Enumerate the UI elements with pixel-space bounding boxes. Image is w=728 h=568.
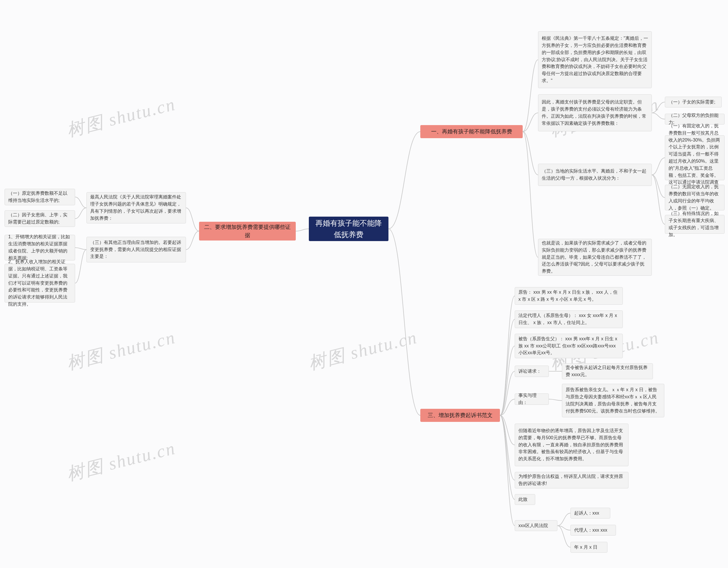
leaf-text: 事实与理由：	[518, 392, 545, 406]
leaf-text: 但随着近年物价的逐年增高，原告因上学及生活开支的需要，每月500元的抚养费早已不…	[518, 427, 625, 462]
leaf-text: 诉讼请求：	[518, 368, 541, 375]
leaf-text: 被告（系原告生父）： xxx 男 xxx年 x 月 x 日生 x 族 xx 市 …	[518, 335, 619, 356]
leaf-node[interactable]: 最高人民法院《关于人民法院审理离婚案件处理子女抚养问题的若干具体意见》明确规定，…	[86, 192, 186, 224]
leaf-text: 责令被告从起诉之日起每月支付原告抚养费 xxxx元。	[566, 364, 649, 378]
leaf-text: 最高人民法院《关于人民法院审理离婚案件处理子女抚养问题的若干具体意见》明确规定，…	[90, 194, 182, 222]
leaf-node[interactable]: 代理人：xxx xxx	[570, 525, 616, 536]
leaf-node[interactable]: 根据《民法典》第一千零八十五条规定："离婚后，一方抚养的子女，另一方应负担必要的…	[538, 31, 652, 88]
leaf-node[interactable]: 此致	[515, 494, 535, 505]
watermark: 树图 shutu.cn	[306, 325, 420, 375]
leaf-node[interactable]: 但随着近年物价的逐年增高，原告因上学及生活开支的需要，每月500元的抚养费早已不…	[515, 423, 628, 466]
leaf-node[interactable]: （三）有其他正当理由应当增加的。若要起诉变更抚养费，需要向人民法院提交的相应证据…	[86, 237, 186, 263]
branch-node-1[interactable]: 一、再婚有孩子能不能降低抚养费	[420, 125, 523, 138]
watermark: 树图 shutu.cn	[64, 92, 178, 142]
leaf-node[interactable]: 法定代理人（系原告生母）： xxx 女 xxx年 x 月 x 日生、 x 族， …	[515, 310, 623, 328]
watermark: 树图 shutu.cn	[64, 436, 178, 486]
leaf-node[interactable]: （二）因子女患病、上学，实际需要已超过原定数额的;	[5, 210, 75, 227]
leaf-text: （三）有其他正当理由应当增加的。若要起诉变更抚养费，需要向人民法院提交的相应证据…	[90, 239, 182, 260]
leaf-node[interactable]: （一）子女的实际需要;	[665, 97, 722, 108]
leaf-text: 因此，离婚支付孩子抚养费是父母的法定职责。但是，孩子抚养费的支付必须以父母有经济…	[542, 99, 648, 127]
leaf-node[interactable]: 年 x 月 x 日	[570, 542, 607, 553]
leaf-node[interactable]: 起诉人：xxx	[570, 508, 610, 519]
watermark: 树图 shutu.cn	[64, 325, 178, 375]
leaf-text: 1、开销增大的相关证据，比如生活消费增加的相关证据票据或者住院、上学的大额开销的…	[8, 234, 71, 262]
leaf-node[interactable]: 也就是说，如果孩子的实际需求减少了，或者父母的实际负担能力变弱的话，那么要求减少…	[538, 239, 652, 276]
leaf-text: 原告： xxx 男 xx 年 x 月 x 日生 x 族， xxx 人，住 x 市…	[518, 289, 619, 303]
leaf-node[interactable]: （二）无固定收入的，抚养费的数目可依当年的收入或同行业的年平均收入，参照（一）确…	[665, 185, 725, 210]
leaf-text: 法定代理人（系原告生母）： xxx 女 xxx年 x 月 x 日生、 x 族， …	[518, 312, 619, 326]
leaf-text: （二）无固定收入的，抚养费的数目可依当年的收入或同行业的年平均收入，参照（一）确…	[669, 183, 721, 212]
leaf-node[interactable]: 原告系被告亲生女儿。ｘｘ年 x 月 x 日，被告与原告之母因夫妻感情不和经xx市…	[562, 384, 664, 417]
leaf-node[interactable]: xxx区人民法院	[515, 520, 557, 531]
leaf-text: （一）有固定收入的，抚养费数目一般可按其月总收入的20%-30%。负担两个以上子…	[669, 123, 721, 193]
branch-1-label: 一、再婚有孩子能不能降低抚养费	[431, 127, 512, 136]
leaf-node[interactable]: 原告： xxx 男 xx 年 x 月 x 日生 x 族， xxx 人，住 x 市…	[515, 287, 623, 305]
leaf-text: 代理人：xxx xxx	[574, 527, 607, 534]
leaf-text: （三）当地的实际生活水平。离婚后，不和子女一起生活的父/母一方，根据收入状况分为…	[542, 168, 648, 182]
leaf-text: 此致	[518, 496, 528, 503]
leaf-node[interactable]: 事实与理由：	[515, 393, 549, 405]
leaf-text: 起诉人：xxx	[574, 510, 599, 517]
leaf-text: （三）有特殊情况的，如子女长期患有重大疾病、或子女残疾的，可适当增加。	[669, 210, 721, 238]
leaf-text: 年 x 月 x 日	[574, 544, 597, 551]
leaf-node[interactable]: 诉讼请求：	[515, 365, 549, 377]
root-label: 再婚有孩子能不能降低抚养费	[314, 218, 383, 241]
leaf-node[interactable]: 责令被告从起诉之日起每月支付原告抚养费 xxxx元。	[562, 363, 653, 379]
leaf-node[interactable]: 1、开销增大的相关证据，比如生活消费增加的相关证据票据或者住院、上学的大额开销的…	[5, 235, 75, 261]
branch-node-2[interactable]: 二、要求增加抚养费需要提供哪些证据	[199, 222, 296, 241]
leaf-text: 原告系被告亲生女儿。ｘｘ年 x 月 x 日，被告与原告之母因夫妻感情不和经xx市…	[566, 386, 661, 414]
leaf-text: 2、抚养人收入增加的相关证据，比如纳税证明、工资条等证据。只有通过上述证据，我们…	[8, 259, 71, 308]
leaf-text: 为维护原告合法权益，特诉至人民法院，请求支持原告的诉讼请求!	[518, 473, 625, 487]
leaf-text: （一）原定抚养费数额不足以维持当地实际生活水平的;	[8, 190, 71, 204]
branch-2-label: 二、要求增加抚养费需要提供哪些证据	[204, 223, 291, 240]
leaf-node[interactable]: 因此，离婚支付孩子抚养费是父母的法定职责。但是，孩子抚养费的支付必须以父母有经济…	[538, 94, 652, 131]
leaf-node[interactable]: 为维护原告合法权益，特诉至人民法院，请求支持原告的诉讼请求!	[515, 472, 628, 488]
leaf-text: 根据《民法典》第一千零八十五条规定："离婚后，一方抚养的子女，另一方应负担必要的…	[542, 35, 648, 84]
mindmap-root[interactable]: 再婚有孩子能不能降低抚养费	[309, 217, 388, 241]
leaf-text: 也就是说，如果孩子的实际需求减少了，或者父母的实际负担能力变弱的话，那么要求减少…	[542, 240, 648, 275]
leaf-text: （一）子女的实际需要;	[669, 99, 715, 106]
branch-3-label: 三、增加抚养费起诉书范文	[428, 411, 493, 419]
leaf-node[interactable]: （三）有特殊情况的，如子女长期患有重大疾病、或子女残疾的，可适当增加。	[665, 215, 725, 234]
branch-node-3[interactable]: 三、增加抚养费起诉书范文	[420, 409, 500, 422]
leaf-text: xxx区人民法院	[518, 522, 548, 529]
leaf-node[interactable]: 2、抚养人收入增加的相关证据，比如纳税证明、工资条等证据。只有通过上述证据，我们…	[5, 264, 75, 302]
leaf-node[interactable]: 被告（系原告生父）： xxx 男 xxx年 x 月 x 日生 x 族 xx 市 …	[515, 334, 623, 358]
leaf-node[interactable]: （三）当地的实际生活水平。离婚后，不和子女一起生活的父/母一方，根据收入状况分为…	[538, 164, 652, 186]
leaf-node[interactable]: （一）原定抚养费数额不足以维持当地实际生活水平的;	[5, 189, 75, 205]
leaf-node[interactable]: （一）有固定收入的，抚养费数目一般可按其月总收入的20%-30%。负担两个以上子…	[665, 135, 725, 180]
leaf-text: （二）因子女患病、上学，实际需要已超过原定数额的;	[8, 212, 71, 226]
